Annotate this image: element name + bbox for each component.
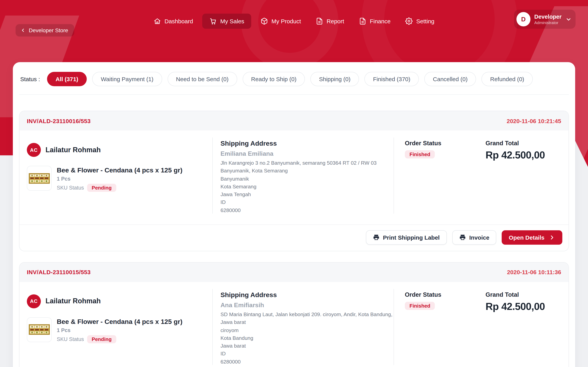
filter-refunded[interactable]: Refunded (0)	[482, 72, 533, 86]
print-shipping-label-button[interactable]: Print Shipping Label	[366, 230, 447, 245]
sku-status-row: SKU Status Pending	[57, 335, 182, 343]
nav-item-dashboard[interactable]: Dashboard	[148, 13, 199, 29]
address-line: Jln Karangrejo 3 no.2 Banyumanik, semara…	[221, 160, 384, 167]
filter-cancelled[interactable]: Cancelled (0)	[424, 72, 476, 86]
order-card: INV/ALD-23110016/553 2020-11-06 10:21:45…	[19, 111, 569, 251]
sku-status-badge: Pending	[87, 335, 116, 343]
sales-panel: Status : All (371) Waiting Payment (1) N…	[13, 62, 575, 367]
address-line: 6280000	[221, 207, 384, 214]
sku-status-badge: Pending	[87, 184, 116, 192]
customer-row: AC Lailatur Rohmah	[27, 137, 212, 157]
shipping-address-title: Shipping Address	[221, 291, 384, 299]
shipping-address-column: Shipping Address Ana Emifiarsih SD Maria…	[213, 289, 394, 365]
grand-total-value: Rp 42.500,00	[485, 149, 562, 161]
nav-item-my-sales[interactable]: My Sales	[202, 13, 251, 29]
gift-box-graphic	[29, 325, 50, 335]
product-image	[27, 166, 52, 191]
order-card-body: AC Lailatur Rohmah	[19, 131, 569, 225]
address-line: SD Maria Bintang Laut, Jalan kebonjati 2…	[221, 311, 384, 318]
back-to-store-button[interactable]: Developer Store	[16, 24, 74, 36]
customer-name: Lailatur Rohmah	[45, 146, 101, 154]
chevron-right-icon	[549, 234, 555, 241]
address-line: Jawa barat	[221, 319, 384, 326]
product-row: Bee & Flower - Cendana (4 pcs x 125 gr) …	[27, 166, 212, 192]
product-name: Bee & Flower - Cendana (4 pcs x 125 gr)	[57, 318, 182, 326]
chevron-down-icon	[565, 16, 572, 22]
button-label: Open Details	[509, 234, 545, 241]
order-card-footer: Print Shipping Label Invoice Open Detail…	[19, 225, 569, 251]
order-status-block: Order Status Finished	[405, 140, 485, 214]
order-status-label: Order Status	[405, 140, 485, 147]
nav-label: My Product	[271, 18, 301, 24]
product-qty: 1 Pcs	[57, 176, 182, 182]
store-name: Developer Store	[29, 27, 68, 33]
address-line: ID	[221, 199, 384, 206]
product-qty: 1 Pcs	[57, 327, 182, 333]
button-label: Invoice	[469, 234, 489, 241]
grand-total-block: Grand Total Rp 42.500,00	[485, 140, 562, 214]
chevron-left-icon	[20, 28, 26, 33]
app-bar: Developer Store Dashboard My Sales My Pr…	[0, 0, 588, 49]
status-filter-bar: Status : All (371) Waiting Payment (1) N…	[13, 62, 575, 94]
nav-item-finance[interactable]: Finance	[354, 13, 396, 29]
order-datetime: 2020-11-06 10:11:36	[507, 269, 561, 275]
filter-waiting-payment[interactable]: Waiting Payment (1)	[92, 72, 162, 86]
order-datetime: 2020-11-06 10:21:45	[507, 117, 561, 124]
user-avatar: D	[517, 12, 530, 26]
shipping-address-title: Shipping Address	[221, 140, 384, 148]
user-role: Administrator	[534, 20, 562, 25]
order-status-badge: Finished	[405, 302, 435, 310]
filter-ready-to-ship[interactable]: Ready to Ship (0)	[242, 72, 305, 86]
customer-avatar: AC	[27, 294, 41, 308]
customer-row: AC Lailatur Rohmah	[27, 289, 212, 308]
sku-status-row: SKU Status Pending	[57, 184, 182, 192]
nav-item-my-product[interactable]: My Product	[255, 13, 306, 29]
status-filter-label: Status :	[20, 76, 40, 82]
nav-item-report[interactable]: Report	[310, 13, 350, 29]
product-info: Bee & Flower - Cendana (4 pcs x 125 gr) …	[57, 166, 182, 192]
order-status-block: Order Status Finished	[405, 291, 485, 365]
product-row: Bee & Flower - Cendana (4 pcs x 125 gr) …	[27, 317, 212, 343]
address-line: Kota Semarang	[221, 183, 384, 190]
customer-product-column: AC Lailatur Rohmah	[19, 289, 213, 365]
sku-status-label: SKU Status	[57, 185, 84, 191]
open-details-button[interactable]: Open Details	[502, 230, 562, 245]
customer-avatar: AC	[27, 143, 41, 157]
nav-item-setting[interactable]: Setting	[400, 13, 440, 29]
customer-name: Lailatur Rohmah	[45, 297, 101, 305]
cart-icon	[209, 17, 217, 25]
product-info: Bee & Flower - Cendana (4 pcs x 125 gr) …	[57, 317, 182, 343]
invoice-number[interactable]: INV/ALD-23110015/553	[27, 269, 91, 275]
order-card: INV/ALD-23110015/553 2020-11-06 10:11:36…	[19, 262, 569, 367]
address-line: Banyumanik, Kota Semarang	[221, 167, 384, 174]
screen: Developer Store Dashboard My Sales My Pr…	[0, 0, 588, 367]
order-status-label: Order Status	[405, 291, 485, 298]
invoice-button[interactable]: Invoice	[452, 230, 496, 245]
gift-box-graphic	[29, 173, 50, 184]
product-image	[27, 317, 52, 342]
order-card-header: INV/ALD-23110015/553 2020-11-06 10:11:36	[19, 263, 569, 282]
user-menu[interactable]: D Developer Administrator	[514, 10, 576, 29]
filter-all[interactable]: All (371)	[47, 72, 87, 86]
file-icon	[359, 17, 366, 25]
order-status-badge: Finished	[405, 150, 435, 158]
invoice-number[interactable]: INV/ALD-23110016/553	[27, 117, 91, 124]
address-line: Jawa Tengah	[221, 191, 384, 198]
address-line: ciroyom	[221, 327, 384, 334]
nav-label: Finance	[370, 18, 391, 24]
nav-label: Dashboard	[164, 18, 193, 24]
order-card-header: INV/ALD-23110016/553 2020-11-06 10:21:45	[19, 111, 569, 131]
grand-total-block: Grand Total Rp 42.500,00	[485, 291, 562, 365]
filter-need-to-be-send[interactable]: Need to be Send (0)	[167, 72, 237, 86]
home-icon	[154, 17, 161, 25]
filter-shipping[interactable]: Shipping (0)	[311, 72, 359, 86]
address-line: ID	[221, 350, 384, 357]
user-name: Developer	[534, 14, 562, 20]
button-label: Print Shipping Label	[383, 234, 440, 241]
address-line: 6280000	[221, 358, 384, 365]
order-list: INV/ALD-23110016/553 2020-11-06 10:21:45…	[13, 95, 575, 367]
sku-status-label: SKU Status	[57, 336, 84, 342]
grand-total-label: Grand Total	[485, 140, 562, 147]
filter-finished[interactable]: Finished (370)	[364, 72, 419, 86]
package-icon	[260, 17, 268, 25]
